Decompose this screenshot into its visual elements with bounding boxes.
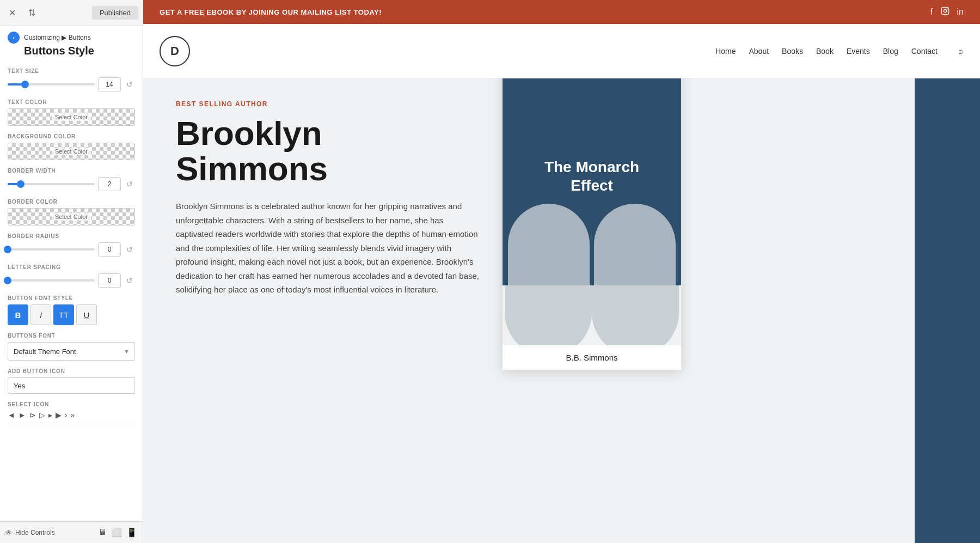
nav-about[interactable]: About [749, 47, 769, 56]
border-radius-slider-row: 0 ↺ [8, 242, 135, 257]
background-color-control: BACKGROUND COLOR Select Color [8, 133, 135, 160]
icon-option-2[interactable]: ► [19, 411, 26, 419]
right-dark-panel [915, 78, 980, 543]
border-width-track[interactable] [8, 183, 95, 185]
nav-events[interactable]: Events [847, 47, 870, 56]
panel-footer: 👁 Hide Controls 🖥 ⬜ 📱 [0, 521, 143, 543]
nav-contact[interactable]: Contact [911, 47, 938, 56]
device-switcher: 🖥 ⬜ 📱 [98, 527, 137, 538]
text-size-input[interactable]: 14 [98, 77, 121, 91]
letter-spacing-thumb[interactable] [4, 277, 11, 284]
panel-body: TEXT SIZE 14 ↺ TEXT COLOR Select Color B… [0, 64, 143, 521]
close-icon[interactable]: ✕ [4, 5, 20, 21]
border-radius-thumb[interactable] [4, 246, 11, 253]
background-color-placeholder: Select Color [52, 148, 91, 155]
site-nav: D Home About Books Book Events Blog Cont… [143, 24, 980, 78]
border-color-control: BORDER COLOR Select Color [8, 199, 135, 225]
add-button-icon-label: ADD BUTTON ICON [8, 368, 135, 374]
border-width-label: BORDER WIDTH [8, 168, 135, 174]
nav-book[interactable]: Book [816, 47, 834, 56]
customizer-panel: ✕ ⇅ Published ‹ Customizing ▶ Buttons Bu… [0, 0, 143, 543]
buttons-font-dropdown-wrapper: Default Theme Font ▼ [8, 342, 135, 361]
buttons-font-label: BUTTONS FONT [8, 333, 135, 339]
arc-lower-left-decoration [505, 285, 592, 345]
site-topbar: GET A FREE EBOOK BY JOINING OUR MAILING … [143, 0, 980, 24]
topbar-text: GET A FREE EBOOK BY JOINING OUR MAILING … [160, 8, 382, 16]
icon-expand[interactable]: › [65, 411, 68, 419]
border-radius-control: BORDER RADIUS 0 ↺ [8, 233, 135, 257]
text-size-thumb[interactable] [21, 81, 29, 88]
text-color-picker[interactable]: Select Color [8, 108, 135, 126]
icon-option-4[interactable]: ▷ [39, 411, 45, 419]
text-size-track[interactable] [8, 83, 95, 86]
letter-spacing-reset[interactable]: ↺ [124, 275, 135, 286]
search-icon[interactable]: ⌕ [958, 46, 964, 56]
background-color-picker[interactable]: Select Color [8, 143, 135, 160]
desktop-icon[interactable]: 🖥 [98, 527, 107, 538]
letter-spacing-input[interactable]: 0 [98, 273, 121, 288]
border-width-control: BORDER WIDTH 2 ↺ [8, 168, 135, 191]
arc-right-decoration [594, 204, 676, 285]
add-button-icon-control: ADD BUTTON ICON Yes [8, 368, 135, 394]
select-icon-control: SELECT ICON ◄ ► ⊳ ▷ ▸ ▶ › » [8, 401, 135, 423]
back-button[interactable]: ‹ [8, 32, 20, 44]
arc-left-decoration [508, 204, 590, 285]
border-radius-track[interactable] [8, 248, 95, 251]
border-width-input[interactable]: 2 [98, 177, 121, 191]
hide-controls-button[interactable]: 👁 Hide Controls [5, 529, 55, 536]
icon-option-5[interactable]: ▸ [48, 411, 52, 419]
nav-books[interactable]: Books [782, 47, 803, 56]
breadcrumb: ‹ Customizing ▶ Buttons [0, 26, 143, 44]
letter-spacing-track[interactable] [8, 279, 95, 282]
published-button[interactable]: Published [92, 6, 138, 20]
mobile-icon[interactable]: 📱 [126, 527, 137, 538]
buttons-font-select[interactable]: Default Theme Font [8, 342, 135, 361]
panel-topbar: ✕ ⇅ Published [0, 0, 143, 26]
text-size-reset[interactable]: ↺ [124, 79, 135, 90]
button-font-style-control: BUTTON FONT STYLE B I TT U [8, 295, 135, 325]
hero-tag: BEST SELLING AUTHOR [176, 100, 481, 108]
hero-text: BEST SELLING AUTHOR Brooklyn Simmons Bro… [176, 100, 481, 297]
nav-blog[interactable]: Blog [883, 47, 898, 56]
border-color-picker[interactable]: Select Color [8, 208, 135, 225]
border-radius-reset[interactable]: ↺ [124, 244, 135, 255]
font-style-bold-button[interactable]: B [8, 304, 28, 325]
text-color-label: TEXT COLOR [8, 99, 135, 105]
border-radius-input[interactable]: 0 [98, 242, 121, 257]
icon-more[interactable]: » [70, 411, 75, 419]
hero-bio: Brooklyn Simmons is a celebrated author … [176, 199, 481, 297]
font-style-row: B I TT U [8, 304, 135, 325]
book-author: B.B. Simmons [510, 353, 673, 362]
font-style-underline-button[interactable]: U [76, 304, 97, 325]
letter-spacing-label: LETTER SPACING [8, 264, 135, 270]
site-logo: D [160, 36, 190, 66]
svg-rect-0 [941, 7, 948, 14]
text-size-slider-row: 14 ↺ [8, 77, 135, 91]
add-button-icon-value[interactable]: Yes [8, 377, 135, 394]
hide-controls-label: Hide Controls [15, 529, 55, 536]
font-style-tt-button[interactable]: TT [53, 304, 74, 325]
facebook-icon[interactable]: f [930, 7, 933, 17]
border-color-placeholder: Select Color [52, 213, 91, 221]
linkedin-icon[interactable]: in [957, 7, 964, 17]
book-card-lower [503, 285, 681, 345]
icon-option-6[interactable]: ▶ [56, 411, 62, 419]
letter-spacing-control: LETTER SPACING 0 ↺ [8, 264, 135, 288]
arc-lower-right-decoration [592, 285, 679, 345]
text-color-placeholder: Select Color [52, 113, 91, 121]
social-icons: f in [930, 7, 964, 17]
icon-option-1[interactable]: ◄ [8, 411, 15, 419]
nav-home[interactable]: Home [715, 47, 736, 56]
font-style-italic-button[interactable]: I [30, 304, 51, 325]
sort-icon[interactable]: ⇅ [24, 5, 39, 21]
tablet-icon[interactable]: ⬜ [111, 527, 122, 538]
buttons-font-control: BUTTONS FONT Default Theme Font ▼ [8, 333, 135, 361]
book-card: The Monarch Effect B.B. Simmons [503, 78, 681, 370]
site-body: BEST SELLING AUTHOR Brooklyn Simmons Bro… [143, 78, 980, 543]
instagram-icon[interactable] [941, 7, 950, 17]
border-width-thumb[interactable] [17, 180, 24, 188]
border-width-reset[interactable]: ↺ [124, 179, 135, 190]
book-card-footer: B.B. Simmons [503, 345, 681, 370]
icon-option-3[interactable]: ⊳ [29, 411, 36, 419]
main-content: GET A FREE EBOOK BY JOINING OUR MAILING … [143, 0, 980, 543]
